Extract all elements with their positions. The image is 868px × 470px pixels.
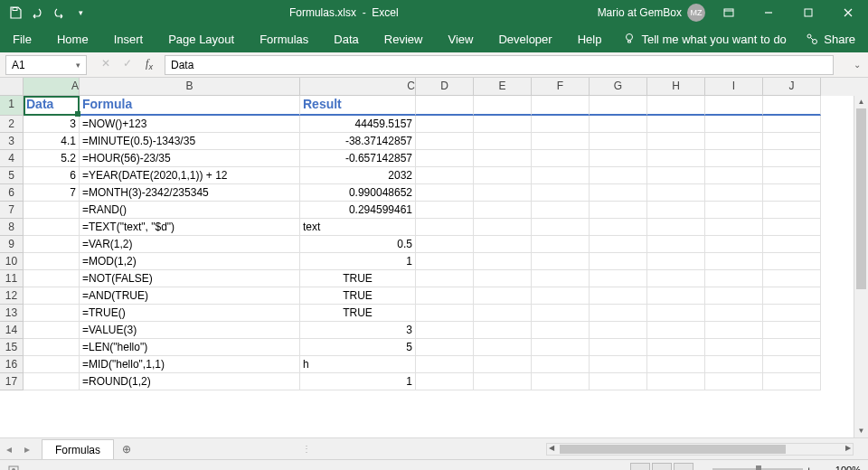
row-header[interactable]: 14 (0, 322, 24, 339)
cell[interactable] (647, 373, 705, 390)
cell[interactable]: 5.2 (24, 150, 80, 167)
cell[interactable] (647, 270, 705, 287)
zoom-level[interactable]: 100% (825, 465, 861, 471)
cell[interactable] (705, 133, 763, 150)
cell[interactable]: =TEXT("text", "$d") (80, 219, 300, 236)
cell[interactable] (590, 219, 647, 236)
cell-A1[interactable]: Data (24, 96, 80, 116)
cell[interactable] (24, 253, 80, 270)
cell[interactable] (24, 219, 80, 236)
cell[interactable] (705, 322, 763, 339)
cell[interactable] (474, 116, 532, 133)
macro-record-icon[interactable] (7, 464, 20, 471)
cell[interactable]: 4.1 (24, 133, 80, 150)
cell[interactable] (590, 202, 647, 219)
cell[interactable]: 1 (300, 253, 416, 270)
cell[interactable] (590, 356, 647, 373)
cell[interactable] (763, 150, 821, 167)
cell[interactable] (590, 167, 647, 184)
col-header-I[interactable]: I (705, 78, 763, 96)
cell[interactable] (532, 202, 590, 219)
row-header[interactable]: 5 (0, 167, 24, 184)
cell[interactable] (532, 339, 590, 356)
cell[interactable] (590, 373, 647, 390)
cell[interactable]: =HOUR(56)-23/35 (80, 150, 300, 167)
enter-formula-icon[interactable]: ✓ (118, 57, 137, 71)
cell[interactable] (416, 133, 474, 150)
select-all-button[interactable] (0, 78, 24, 96)
row-header[interactable]: 8 (0, 219, 24, 236)
cell[interactable] (705, 116, 763, 133)
cell[interactable] (532, 356, 590, 373)
cell[interactable] (24, 270, 80, 287)
vertical-scrollbar[interactable]: ▲ ▼ (854, 96, 868, 437)
cell[interactable] (590, 133, 647, 150)
cell[interactable] (705, 236, 763, 253)
cell[interactable]: 44459.5157 (300, 116, 416, 133)
cell[interactable] (590, 305, 647, 322)
col-header-D[interactable]: D (416, 78, 474, 96)
cell[interactable] (705, 253, 763, 270)
cell[interactable] (590, 116, 647, 133)
cell[interactable] (416, 373, 474, 390)
cell[interactable] (705, 184, 763, 202)
row-header[interactable]: 9 (0, 236, 24, 253)
cell[interactable] (532, 184, 590, 202)
scroll-thumb[interactable] (560, 445, 786, 454)
cell[interactable] (647, 339, 705, 356)
cell[interactable] (705, 167, 763, 184)
cell[interactable]: =VAR(1,2) (80, 236, 300, 253)
cell[interactable]: 2032 (300, 167, 416, 184)
page-layout-view-button[interactable] (652, 463, 672, 471)
cell[interactable] (474, 236, 532, 253)
cell[interactable]: text (300, 219, 416, 236)
cell[interactable] (590, 150, 647, 167)
col-header-C[interactable]: C (300, 78, 416, 96)
cell[interactable] (532, 322, 590, 339)
cell[interactable] (763, 356, 821, 373)
cell[interactable]: =MONTH(3)-2342/235345 (80, 184, 300, 202)
row-header[interactable]: 13 (0, 305, 24, 322)
chevron-down-icon[interactable]: ▾ (76, 61, 80, 70)
cell[interactable]: 3 (300, 322, 416, 339)
cell[interactable] (474, 167, 532, 184)
cell[interactable] (590, 322, 647, 339)
cancel-formula-icon[interactable]: ✕ (96, 57, 116, 71)
col-header-A[interactable]: A (24, 78, 80, 96)
cell[interactable] (647, 219, 705, 236)
col-header-J[interactable]: J (763, 78, 821, 96)
zoom-in-button[interactable]: + (807, 465, 812, 471)
cell[interactable] (763, 270, 821, 287)
cell[interactable] (763, 133, 821, 150)
cell[interactable]: 1 (300, 373, 416, 390)
row-header-1[interactable]: 1 (0, 96, 24, 116)
row-header[interactable]: 12 (0, 287, 24, 305)
tab-help[interactable]: Help (565, 25, 615, 52)
cell[interactable] (763, 236, 821, 253)
cell[interactable] (24, 305, 80, 322)
qat-customize-icon[interactable]: ▾ (71, 3, 90, 23)
cell[interactable] (474, 150, 532, 167)
cell[interactable] (416, 150, 474, 167)
cell[interactable] (647, 253, 705, 270)
sheet-nav-next[interactable]: ▸ (18, 443, 36, 456)
normal-view-button[interactable] (630, 463, 650, 471)
cell[interactable] (705, 219, 763, 236)
cell[interactable] (532, 219, 590, 236)
cell[interactable]: TRUE (300, 305, 416, 322)
cell[interactable] (647, 150, 705, 167)
name-box[interactable]: A1▾ (5, 55, 87, 75)
cell[interactable]: =LEN("hello") (80, 339, 300, 356)
cell[interactable] (474, 287, 532, 305)
cell[interactable] (24, 322, 80, 339)
cell[interactable] (24, 202, 80, 219)
cell[interactable]: -38.37142857 (300, 133, 416, 150)
cell[interactable]: =YEAR(DATE(2020,1,1)) + 12 (80, 167, 300, 184)
tab-review[interactable]: Review (372, 25, 436, 52)
row-header[interactable]: 4 (0, 150, 24, 167)
cell[interactable] (416, 167, 474, 184)
tab-page-layout[interactable]: Page Layout (156, 25, 247, 52)
page-break-view-button[interactable] (674, 463, 693, 471)
row-header[interactable]: 3 (0, 133, 24, 150)
cell[interactable]: =NOT(FALSE) (80, 270, 300, 287)
